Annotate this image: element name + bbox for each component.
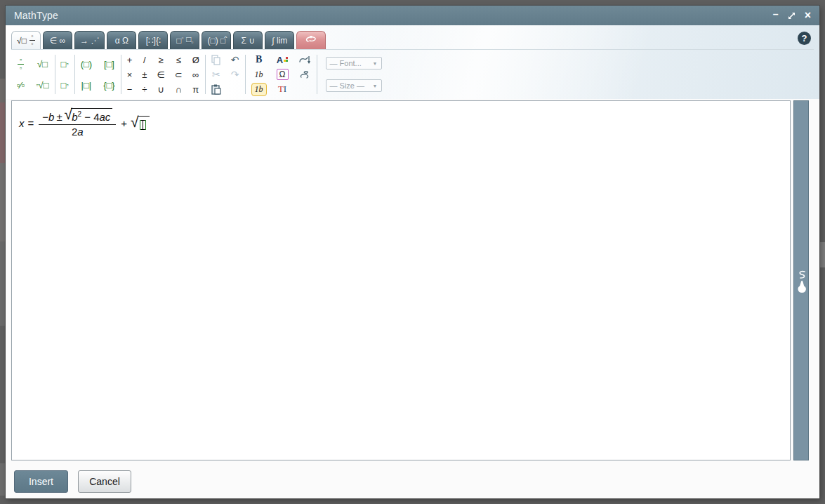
curly-brace-button[interactable]: {□} (103, 80, 115, 91)
background-artifact (0, 463, 6, 496)
plus-button[interactable]: + (127, 55, 133, 65)
tab-arrows[interactable]: → ⋰ (74, 31, 105, 49)
hand-drawing-icon (796, 270, 807, 298)
infinity-button[interactable]: ∞ (192, 69, 199, 80)
copy-icon[interactable] (211, 55, 221, 65)
screen: MathType – × √□ ▫▫ (0, 0, 825, 504)
equation-canvas[interactable]: x = −b ± √ b2 − 4ac 2a + √ (11, 100, 791, 460)
font-dropdown[interactable]: — Font... ▼ (326, 57, 382, 69)
tab-scripts[interactable]: □▫ □▫ (170, 31, 199, 49)
chevron-down-icon: ▼ (373, 84, 378, 88)
background-artifact (820, 242, 825, 267)
tab-sums-unions[interactable]: Σ ∪ (233, 31, 263, 49)
toolbar-separator (74, 55, 75, 94)
tab-handwriting[interactable] (296, 31, 326, 49)
plus-minus-button[interactable]: ± (142, 69, 147, 80)
font-color-icon: A (277, 55, 288, 65)
toolbar-separator (205, 55, 206, 94)
bracket-group: (□) |□| [□] {□} (81, 53, 115, 95)
mathtype-dialog: MathType – × √□ ▫▫ (6, 6, 819, 498)
background-artifact (0, 241, 6, 326)
denominator: 2a (39, 124, 116, 138)
chevron-down-icon: ▼ (373, 61, 378, 66)
empty-slot[interactable] (140, 120, 146, 130)
dialog-footer: Insert Cancel (14, 470, 131, 493)
close-icon[interactable]: × (805, 10, 811, 21)
script-group: □▫ □▫ (61, 53, 69, 95)
math-style-button-active[interactable]: 1b (251, 83, 267, 96)
tab-sets-logic[interactable]: ∈ ∞ (43, 31, 72, 49)
operator-group: + × − / ± ÷ ≥ ∈ ∪ ≤ ⊂ ∩ Ø ∞ π (127, 53, 199, 97)
arabic-math-style-icon[interactable] (298, 55, 311, 65)
equation: x = −b ± √ b2 − 4ac 2a + √ (19, 108, 150, 138)
plus-sign: + (121, 117, 127, 129)
divide-button[interactable]: ÷ (142, 84, 147, 95)
minus-button[interactable]: − (127, 84, 133, 95)
numerator: −b ± √ b2 − 4ac (39, 108, 116, 124)
nth-root-button[interactable]: ▫√□ (36, 80, 48, 91)
size-dropdown[interactable]: — Size — ▼ (326, 79, 382, 92)
bold-button[interactable]: B (256, 54, 262, 65)
style-group: B 1b 1b A Ω TI (251, 53, 311, 97)
absolute-value-button[interactable]: |□| (81, 80, 92, 91)
minimize-icon[interactable]: – (773, 9, 779, 19)
superscript-button[interactable]: □▫ (61, 59, 69, 69)
title-bar[interactable]: MathType – × (6, 6, 819, 25)
toolbar-separator (121, 55, 121, 94)
tab-greek[interactable]: α Ω (107, 31, 136, 49)
help-button[interactable]: ? (798, 32, 811, 45)
background-artifact (0, 79, 6, 102)
greater-equal-button[interactable]: ≥ (159, 55, 164, 65)
times-button[interactable]: × (127, 69, 133, 80)
background-artifact (0, 163, 6, 241)
subscript-button[interactable]: □▫ (61, 80, 69, 91)
handwriting-panel-tab[interactable] (793, 100, 809, 460)
tab-integrals-limits[interactable]: ∫ lim (265, 31, 294, 49)
window-controls: – × (773, 10, 811, 21)
omega-icon: Ω (277, 69, 289, 80)
intersection-button[interactable]: ∩ (176, 84, 182, 95)
radical: √ b2 − 4ac (65, 108, 113, 123)
window-title: MathType (14, 10, 58, 21)
paste-icon[interactable] (211, 84, 221, 95)
radical-with-empty-slot: √ (131, 116, 150, 131)
cancel-button[interactable]: Cancel (78, 470, 131, 493)
subset-button[interactable]: ⊂ (175, 69, 183, 80)
parentheses-button[interactable]: (□) (81, 59, 93, 69)
empty-set-button[interactable]: Ø (192, 55, 199, 65)
font-color-button[interactable]: A (277, 55, 288, 65)
insert-symbol-button[interactable]: Ω (277, 69, 289, 80)
slash-fraction-button[interactable]: ▫∕▫ (17, 80, 25, 91)
insert-button[interactable]: Insert (14, 470, 68, 493)
square-bracket-button[interactable]: [□] (104, 59, 114, 69)
stacked-fraction-icon: ▫▫ (18, 57, 24, 72)
swirl-gesture-icon (304, 35, 318, 46)
tab-parens-accents[interactable]: (□) □̂ (202, 31, 231, 49)
toolbar-separator (317, 55, 317, 94)
redo-icon[interactable]: ↷ (231, 69, 239, 80)
restore-icon[interactable] (788, 12, 796, 20)
symbol-toolbar: ▫▫ ▫∕▫ √□ ▫√□ □▫ □▫ (11, 49, 814, 99)
text-cursor (143, 120, 143, 130)
less-equal-button[interactable]: ≤ (176, 55, 181, 65)
arabic-symbol-icon[interactable] (299, 70, 310, 79)
mini-fraction-icon: ▫▫ (29, 34, 35, 47)
fraction-root-group: ▫▫ ▫∕▫ √□ ▫√□ (17, 53, 49, 95)
background-artifact (0, 102, 6, 163)
slash-button[interactable]: / (143, 55, 146, 65)
text-mode-button[interactable]: TI (278, 84, 286, 95)
cut-icon[interactable]: ✂ (212, 69, 220, 80)
toolbar-area: √□ ▫▫ ∈ ∞ → ⋰ α Ω [∷]{∶ □▫ □▫ (□) □̂ Σ ∪… (6, 25, 819, 99)
square-root-button[interactable]: √□ (37, 59, 48, 69)
union-button[interactable]: ∪ (157, 84, 164, 95)
toolbar-separator (245, 55, 246, 94)
pi-button[interactable]: π (192, 84, 199, 95)
font-size-controls: — Font... ▼ — Size — ▼ (326, 57, 382, 92)
tab-radicals-fractions[interactable]: √□ ▫▫ (11, 31, 41, 49)
element-of-button[interactable]: ∈ (157, 69, 164, 80)
stacked-fraction-button[interactable]: ▫▫ (18, 57, 24, 72)
style-other-button[interactable]: 1b (255, 69, 263, 80)
palette-tabstrip: √□ ▫▫ ∈ ∞ → ⋰ α Ω [∷]{∶ □▫ □▫ (□) □̂ Σ ∪… (11, 31, 326, 49)
undo-icon[interactable]: ↶ (231, 54, 239, 65)
tab-matrices[interactable]: [∷]{∶ (138, 31, 168, 49)
